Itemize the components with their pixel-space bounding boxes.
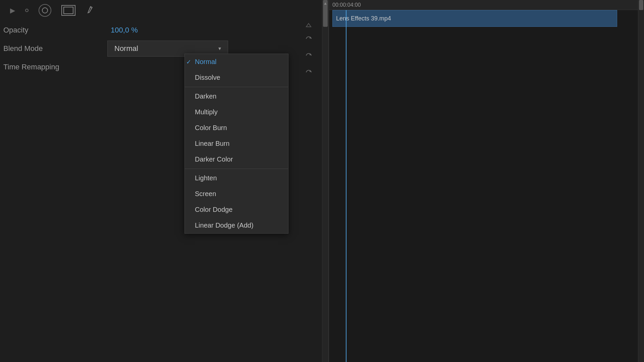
circle-icon[interactable] — [39, 4, 51, 17]
timeline-header: 00:00:04:00 — [329, 0, 644, 10]
dropdown-item-label: Darker Color — [195, 156, 233, 163]
pen-icon[interactable] — [84, 3, 96, 17]
dropdown-item-dissolve[interactable]: Dissolve — [185, 70, 288, 85]
dropdown-item-multiply[interactable]: Multiply — [185, 104, 288, 120]
timeline-scrollbar[interactable] — [638, 0, 644, 362]
chevron-down-icon: ▾ — [218, 45, 221, 52]
rectangle-icon[interactable] — [61, 5, 75, 16]
blend-mode-dropdown: ✓ Normal Dissolve Darken Multiply Color … — [184, 54, 288, 234]
dropdown-item-label: Dissolve — [195, 74, 220, 81]
dropdown-item-darker-color[interactable]: Darker Color — [185, 152, 288, 167]
dropdown-item-linear-burn[interactable]: Linear Burn — [185, 136, 288, 152]
expand-arrow[interactable]: ▶ — [10, 6, 15, 14]
reset-icons-column — [302, 20, 315, 80]
dropdown-divider-2 — [185, 169, 288, 169]
dropdown-item-darken[interactable]: Darken — [185, 88, 288, 104]
time-remapping-label: Time Remapping — [3, 63, 104, 71]
reset-blend-button[interactable] — [302, 47, 315, 64]
dropdown-divider-1 — [185, 87, 288, 87]
opacity-row: Opacity 100,0 % — [0, 21, 322, 39]
dropdown-item-label: Color Dodge — [195, 206, 232, 214]
reset-opacity-button[interactable] — [302, 30, 315, 47]
dropdown-item-label: Multiply — [195, 108, 218, 116]
opacity-value[interactable]: 100,0 % — [111, 26, 138, 35]
opacity-label: Opacity — [3, 26, 104, 35]
clip-name: Lens Effects 39.mp4 — [336, 15, 391, 22]
checkmark-icon: ✓ — [186, 58, 191, 66]
dropdown-item-normal[interactable]: ✓ Normal — [185, 54, 288, 70]
blend-mode-label: Blend Mode — [3, 44, 104, 53]
dropdown-item-label: Linear Burn — [195, 140, 229, 147]
reset-icon-scroll — [302, 20, 315, 30]
properties-panel: ▶ Opacity 100, — [0, 0, 322, 362]
timeline-clip[interactable]: Lens Effects 39.mp4 — [332, 10, 617, 27]
scroll-icon — [305, 21, 312, 29]
timeline-panel: 00:00:04:00 Lens Effects 39.mp4 — [329, 0, 644, 362]
keyframe-dot — [25, 9, 29, 12]
dropdown-item-label: Screen — [195, 190, 216, 198]
svg-rect-1 — [64, 7, 73, 14]
dropdown-item-label: Lighten — [195, 174, 217, 182]
playhead-line — [346, 10, 346, 362]
blend-mode-current-value: Normal — [114, 44, 218, 53]
dropdown-item-screen[interactable]: Screen — [185, 186, 288, 202]
dropdown-item-label: Color Burn — [195, 124, 227, 132]
vertical-scrollbar[interactable]: ▲ — [322, 0, 329, 362]
reset-timeremap-button[interactable] — [302, 64, 315, 80]
dropdown-item-label: Linear Dodge (Add) — [195, 222, 254, 229]
dropdown-item-color-burn[interactable]: Color Burn — [185, 120, 288, 136]
svg-point-0 — [42, 8, 48, 13]
dropdown-item-label: Darken — [195, 93, 216, 100]
dropdown-item-linear-dodge[interactable]: Linear Dodge (Add) — [185, 218, 288, 233]
dropdown-item-lighten[interactable]: Lighten — [185, 170, 288, 186]
timeline-timestamp: 00:00:04:00 — [332, 2, 361, 8]
dropdown-item-label: Normal — [195, 58, 216, 66]
timeline-scrollbar-thumb[interactable] — [639, 0, 643, 10]
scroll-up-button[interactable]: ▲ — [322, 0, 328, 7]
svg-marker-3 — [306, 23, 311, 27]
toolbar: ▶ — [0, 0, 322, 21]
dropdown-item-color-dodge[interactable]: Color Dodge — [185, 202, 288, 218]
